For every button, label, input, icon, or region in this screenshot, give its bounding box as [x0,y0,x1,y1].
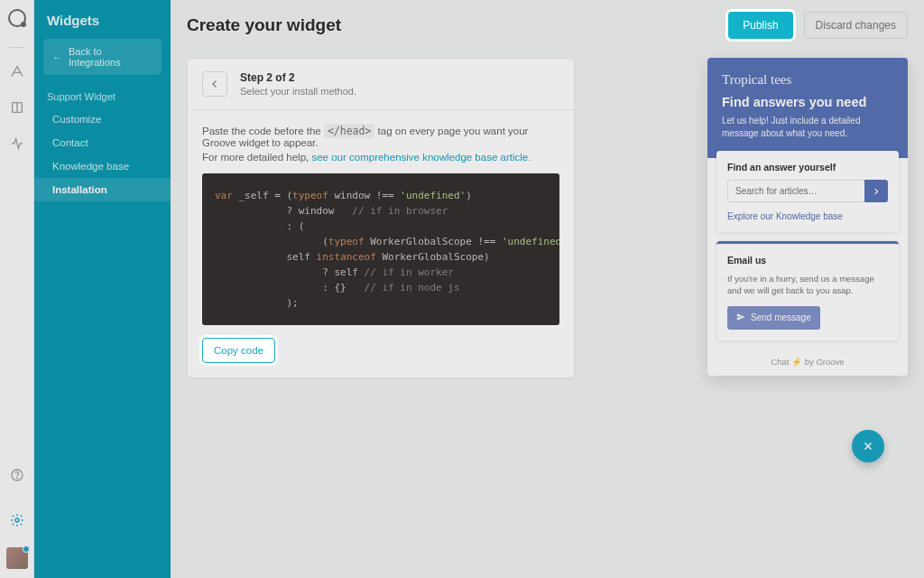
book-icon[interactable] [8,98,26,117]
sidebar-item-contact[interactable]: Contact [34,131,171,154]
preview-header: Tropical tees Find answers you need Let … [707,58,908,158]
back-to-integrations-button[interactable]: ← Back to Integrations [43,39,162,75]
arrow-left-icon: ← [52,52,61,62]
svg-point-2 [16,478,17,479]
topbar: Create your widget Publish Discard chang… [171,0,924,51]
kb-article-link[interactable]: see our comprehensive knowledge base art… [311,152,531,163]
instructions-help: For more detailed help, see our comprehe… [202,152,559,163]
sidebar-item-installation[interactable]: Installation [34,178,171,201]
close-icon [862,440,874,452]
back-label: Back to Integrations [69,46,152,68]
main-content: Create your widget Publish Discard chang… [171,0,924,578]
preview-footer: Chat ⚡ by Groove [707,350,908,376]
preview-search-button[interactable] [864,180,888,202]
settings-icon[interactable] [8,511,26,529]
icon-rail [0,0,34,578]
bolt-icon: ⚡ [791,357,802,367]
preview-email-panel: Email us If you're in a hurry, send us a… [716,241,899,340]
preview-kb-link[interactable]: Explore our Knowledge base [727,211,888,221]
preview-search-panel: Find an answer yourself Explore our Know… [716,151,899,232]
activity-icon[interactable] [8,135,26,153]
publish-button[interactable]: Publish [728,12,792,39]
preview-subtext: Let us help! Just include a detailed mes… [722,115,893,140]
rail-separator [9,47,25,48]
font-icon[interactable] [8,62,26,80]
preview-panel2-title: Email us [727,255,888,266]
help-icon[interactable] [8,466,26,484]
step-subtitle: Select your install method. [240,86,356,97]
preview-search-input[interactable] [727,180,864,202]
install-code-block[interactable]: var _self = (typeof window !== 'undefine… [202,173,559,325]
head-tag-code: </head> [324,124,374,138]
sidebar-item-customize[interactable]: Customize [34,107,171,131]
page-title: Create your widget [187,15,341,35]
preview-panel2-body: If you're in a hurry, send us a message … [727,273,888,297]
copy-code-button[interactable]: Copy code [202,338,275,363]
close-fab[interactable] [852,430,884,462]
widget-preview: Tropical tees Find answers you need Let … [707,58,908,376]
instructions-text: Paste the code before the </head> tag on… [202,125,559,148]
preview-brand: Tropical tees [722,72,893,88]
discard-button[interactable]: Discard changes [804,12,908,39]
user-avatar[interactable] [6,547,28,569]
preview-send-button[interactable]: Send message [727,306,820,330]
install-card: Step 2 of 2 Select your install method. … [187,58,575,378]
sidebar-title: Widgets [34,13,171,39]
preview-headline: Find answers you need [722,95,893,109]
paper-plane-icon [736,312,745,323]
preview-panel1-title: Find an answer yourself [727,162,888,172]
step-back-button[interactable] [202,71,227,97]
app-logo-icon[interactable] [8,9,26,27]
svg-point-3 [15,518,19,522]
step-count: Step 2 of 2 [240,71,356,84]
sidebar: Widgets ← Back to Integrations Support W… [34,0,171,578]
sidebar-section-label: Support Widget [34,88,171,107]
sidebar-item-knowledge-base[interactable]: Knowledge base [34,154,171,178]
